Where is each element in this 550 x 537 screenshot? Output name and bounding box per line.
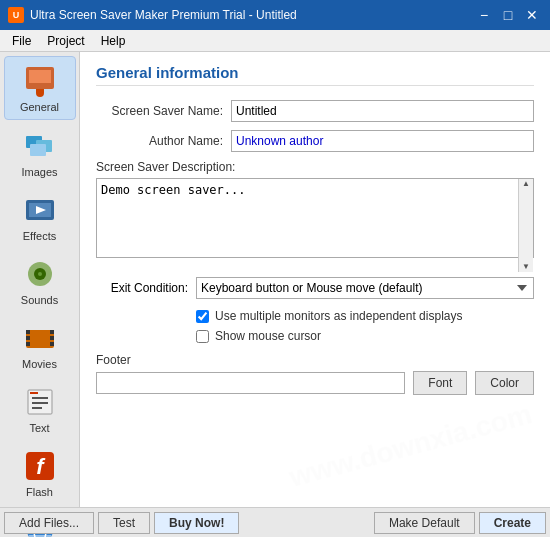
sidebar-item-movies[interactable]: Movies xyxy=(4,314,76,376)
svg-rect-15 xyxy=(26,336,30,340)
description-label: Screen Saver Description: xyxy=(96,160,534,174)
movies-icon xyxy=(22,320,58,356)
footer-section: Footer Font Color xyxy=(96,353,534,395)
show-mouse-cursor-label: Show mouse cursor xyxy=(215,329,321,343)
minimize-button[interactable]: − xyxy=(474,5,494,25)
flash-icon: f xyxy=(22,448,58,484)
title-bar: U Ultra Screen Saver Maker Premium Trial… xyxy=(0,0,550,30)
show-mouse-cursor-checkbox[interactable] xyxy=(196,330,209,343)
make-default-button[interactable]: Make Default xyxy=(374,512,475,534)
sidebar-label-images: Images xyxy=(21,166,57,178)
svg-rect-6 xyxy=(30,144,46,156)
multiple-monitors-checkbox[interactable] xyxy=(196,310,209,323)
buy-now-button[interactable]: Buy Now! xyxy=(154,512,239,534)
multiple-monitors-row: Use multiple monitors as independent dis… xyxy=(196,309,534,323)
sidebar-label-effects: Effects xyxy=(23,230,56,242)
author-name-input[interactable] xyxy=(231,130,534,152)
maximize-button[interactable]: □ xyxy=(498,5,518,25)
footer-row: Font Color xyxy=(96,371,534,395)
svg-rect-17 xyxy=(50,330,54,334)
close-button[interactable]: ✕ xyxy=(522,5,542,25)
exit-condition-row: Exit Condition: Keyboard button or Mouse… xyxy=(96,277,534,299)
app-icon: U xyxy=(8,7,24,23)
color-button[interactable]: Color xyxy=(475,371,534,395)
test-button[interactable]: Test xyxy=(98,512,150,534)
screen-saver-name-input[interactable] xyxy=(231,100,534,122)
sidebar-item-sounds[interactable]: Sounds xyxy=(4,250,76,312)
menu-file[interactable]: File xyxy=(4,32,39,50)
sidebar-item-images[interactable]: Images xyxy=(4,122,76,184)
exit-condition-select[interactable]: Keyboard button or Mouse move (default) … xyxy=(196,277,534,299)
sidebar: General Images xyxy=(0,52,80,507)
svg-rect-13 xyxy=(26,330,54,348)
menu-help[interactable]: Help xyxy=(93,32,134,50)
svg-rect-1 xyxy=(29,70,51,83)
bottom-bar: Add Files... Test Buy Now! Make Default … xyxy=(0,507,550,537)
sidebar-label-flash: Flash xyxy=(26,486,53,498)
menu-project[interactable]: Project xyxy=(39,32,92,50)
text-icon xyxy=(22,384,58,420)
create-button[interactable]: Create xyxy=(479,512,546,534)
svg-rect-16 xyxy=(26,342,30,346)
footer-input[interactable] xyxy=(96,372,405,394)
svg-rect-19 xyxy=(50,342,54,346)
author-name-row: Author Name: xyxy=(96,130,534,152)
add-files-button[interactable]: Add Files... xyxy=(4,512,94,534)
author-name-label: Author Name: xyxy=(96,134,231,148)
content-area: General information Screen Saver Name: A… xyxy=(80,52,550,507)
screen-saver-name-label: Screen Saver Name: xyxy=(96,104,231,118)
section-title: General information xyxy=(96,64,534,86)
effects-icon xyxy=(22,192,58,228)
menu-bar: File Project Help xyxy=(0,30,550,52)
scrollbar[interactable]: ▲ ▼ xyxy=(518,179,533,272)
show-mouse-cursor-row: Show mouse cursor xyxy=(196,329,534,343)
general-icon xyxy=(22,63,58,99)
svg-rect-24 xyxy=(30,392,38,394)
sidebar-item-effects[interactable]: Effects xyxy=(4,186,76,248)
screen-saver-name-row: Screen Saver Name: xyxy=(96,100,534,122)
sidebar-item-text[interactable]: Text xyxy=(4,378,76,440)
svg-point-12 xyxy=(38,272,42,276)
images-icon xyxy=(22,128,58,164)
sidebar-label-general: General xyxy=(20,101,59,113)
sidebar-label-sounds: Sounds xyxy=(21,294,58,306)
sidebar-item-general[interactable]: General xyxy=(4,56,76,120)
svg-rect-3 xyxy=(36,89,44,93)
exit-condition-label: Exit Condition: xyxy=(96,281,196,295)
font-button[interactable]: Font xyxy=(413,371,467,395)
sidebar-label-text: Text xyxy=(29,422,49,434)
svg-rect-14 xyxy=(26,330,30,334)
svg-rect-18 xyxy=(50,336,54,340)
footer-label: Footer xyxy=(96,353,534,367)
description-textarea[interactable]: Demo screen saver... xyxy=(96,178,534,258)
window-title: Ultra Screen Saver Maker Premium Trial -… xyxy=(30,8,297,22)
sidebar-item-flash[interactable]: f Flash xyxy=(4,442,76,504)
multiple-monitors-label: Use multiple monitors as independent dis… xyxy=(215,309,462,323)
sidebar-label-movies: Movies xyxy=(22,358,57,370)
sounds-icon xyxy=(22,256,58,292)
